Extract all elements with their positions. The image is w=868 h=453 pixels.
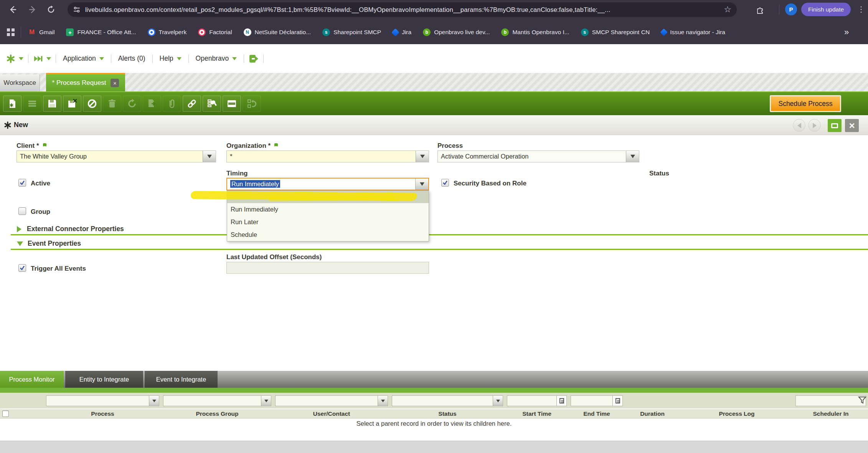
group-checkbox[interactable] xyxy=(18,207,26,215)
bookmark-netsuite[interactable]: NNetSuite Déclaratio... xyxy=(244,28,311,36)
funnel-filter-icon[interactable] xyxy=(858,396,866,404)
fast-forward-icon[interactable] xyxy=(33,55,43,63)
save-close-button[interactable] xyxy=(63,96,81,112)
client-dropdown-button[interactable] xyxy=(203,151,216,162)
bookmark-factorial[interactable]: Factorial xyxy=(198,28,232,36)
filter-dropdown-button[interactable] xyxy=(149,396,159,406)
workspace-star-icon[interactable] xyxy=(6,54,15,63)
filter-scheduler[interactable] xyxy=(795,395,866,406)
trigger-all-events-checkbox[interactable] xyxy=(18,264,26,272)
column-header-scheduler-in[interactable]: Scheduler In xyxy=(794,409,868,418)
filter-status[interactable] xyxy=(392,395,503,406)
picklist-option[interactable]: Run Immediately xyxy=(227,203,429,216)
tab-entity-to-integrate[interactable]: Entity to Integrate xyxy=(65,371,143,388)
bookmark-gmail[interactable]: MGmail xyxy=(28,28,54,36)
bookmark-mantis[interactable]: bMantis Openbravo I... xyxy=(501,28,569,36)
close-record-button[interactable]: × xyxy=(845,119,859,132)
link-flag-icon[interactable] xyxy=(42,143,47,149)
link-flag-icon[interactable] xyxy=(274,143,278,149)
menu-application[interactable]: Application xyxy=(61,55,106,63)
column-header-duration[interactable]: Duration xyxy=(625,409,680,418)
tab-process-monitor[interactable]: Process Monitor xyxy=(0,371,64,388)
filter-end-time[interactable] xyxy=(571,395,623,406)
client-field[interactable]: The White Valley Group xyxy=(17,150,216,162)
browser-reload-button[interactable] xyxy=(44,2,58,17)
tab-event-to-integrate[interactable]: Event to Integrate xyxy=(145,371,218,388)
browser-back-button[interactable] xyxy=(5,2,20,17)
bookmark-star-icon[interactable]: ☆ xyxy=(724,5,731,15)
bookmark-smcp-cn[interactable]: sSMCP Sharepoint CN xyxy=(581,28,650,36)
profile-avatar[interactable]: P xyxy=(785,3,797,15)
filter-dropdown-button[interactable] xyxy=(261,396,271,406)
revert-button[interactable] xyxy=(243,96,261,112)
link-button[interactable] xyxy=(183,96,201,112)
export-button[interactable] xyxy=(143,96,161,112)
timing-dropdown-button[interactable] xyxy=(415,179,428,190)
column-header-status[interactable]: Status xyxy=(390,409,505,418)
select-all-cell[interactable] xyxy=(0,409,44,418)
organization-field[interactable]: * xyxy=(226,150,429,162)
workspace-caret-icon[interactable] xyxy=(19,57,23,60)
audit-tools-button[interactable] xyxy=(203,96,221,112)
filter-user-contact[interactable] xyxy=(275,395,388,406)
url-bar[interactable]: livebuilds.openbravo.com/context/retail_… xyxy=(68,2,737,17)
column-header-end-time[interactable]: End Time xyxy=(569,409,625,418)
calendar-picker-button[interactable] xyxy=(556,396,566,406)
offset-input[interactable] xyxy=(226,262,429,274)
new-row-button[interactable] xyxy=(23,96,41,112)
extensions-button[interactable] xyxy=(753,2,767,17)
menu-help[interactable]: Help xyxy=(157,55,184,63)
tab-process-request[interactable]: * Process Request × xyxy=(46,73,125,91)
site-info-icon[interactable] xyxy=(73,6,81,13)
picklist-option[interactable]: Schedule xyxy=(227,228,429,241)
calendar-picker-button[interactable] xyxy=(612,396,622,406)
menu-alerts[interactable]: Alerts (0) xyxy=(116,55,148,63)
previous-record-button[interactable] xyxy=(793,119,805,132)
new-record-button[interactable] xyxy=(3,96,21,112)
process-dropdown-button[interactable] xyxy=(626,151,639,162)
browser-menu-icon[interactable]: ⋮ xyxy=(857,5,865,14)
bookmark-issue-navigator[interactable]: Issue navigator - Jira xyxy=(661,29,725,36)
column-header-start-time[interactable]: Start Time xyxy=(505,409,569,418)
section-external-connector[interactable]: External Connector Properties xyxy=(17,225,124,233)
active-checkbox[interactable] xyxy=(18,179,26,187)
bookmarks-overflow-chevron[interactable]: » xyxy=(844,21,849,43)
form-view-toggle-button[interactable] xyxy=(223,96,241,112)
section-event-properties[interactable]: Event Properties xyxy=(17,240,81,248)
attachment-button[interactable] xyxy=(163,96,181,112)
refresh-button[interactable] xyxy=(123,96,141,112)
picklist-option[interactable]: Run Later xyxy=(227,216,429,228)
filter-dropdown-button[interactable] xyxy=(493,396,503,406)
process-field[interactable]: Activate Commercial Operation xyxy=(437,150,639,162)
filter-process[interactable] xyxy=(46,395,159,406)
schedule-process-button[interactable]: Schedule Process xyxy=(770,95,841,112)
bookmark-travelperk[interactable]: Travelperk xyxy=(148,28,187,36)
undo-button[interactable] xyxy=(83,96,101,112)
url-text[interactable]: livebuilds.openbravo.com/context/retail_… xyxy=(85,6,720,13)
column-header-user-contact[interactable]: User/Contact xyxy=(273,409,390,418)
column-header-process[interactable]: Process xyxy=(44,409,161,418)
maximize-button[interactable] xyxy=(828,119,842,132)
column-header-process-group[interactable]: Process Group xyxy=(161,409,273,418)
delete-button[interactable] xyxy=(103,96,121,112)
logout-icon[interactable] xyxy=(249,54,259,63)
filter-process-group[interactable] xyxy=(163,395,271,406)
column-header-process-log[interactable]: Process Log xyxy=(680,409,794,418)
browser-forward-button[interactable] xyxy=(25,2,40,17)
bookmark-openbravo-live[interactable]: bOpenbravo live dev... xyxy=(423,28,490,36)
finish-update-button[interactable]: Finish update xyxy=(801,3,851,16)
organization-dropdown-button[interactable] xyxy=(416,151,429,162)
tab-close-icon[interactable]: × xyxy=(111,79,119,87)
tab-workspace[interactable]: Workspace xyxy=(0,74,40,91)
bookmark-jira[interactable]: Jira xyxy=(393,29,411,36)
select-all-checkbox[interactable] xyxy=(2,410,9,417)
fast-forward-caret-icon[interactable] xyxy=(46,57,51,60)
security-checkbox[interactable] xyxy=(441,179,449,187)
filter-start-time[interactable] xyxy=(507,395,567,406)
filter-dropdown-button[interactable] xyxy=(378,396,388,406)
bookmark-sharepoint-smcp[interactable]: sSharepoint SMCP xyxy=(322,28,381,36)
apps-grid-icon[interactable] xyxy=(7,28,15,36)
next-record-button[interactable] xyxy=(808,119,821,132)
bookmark-france-office[interactable]: +FRANCE - Office Att... xyxy=(66,28,136,36)
menu-user-openbravo[interactable]: Openbravo xyxy=(193,55,239,63)
